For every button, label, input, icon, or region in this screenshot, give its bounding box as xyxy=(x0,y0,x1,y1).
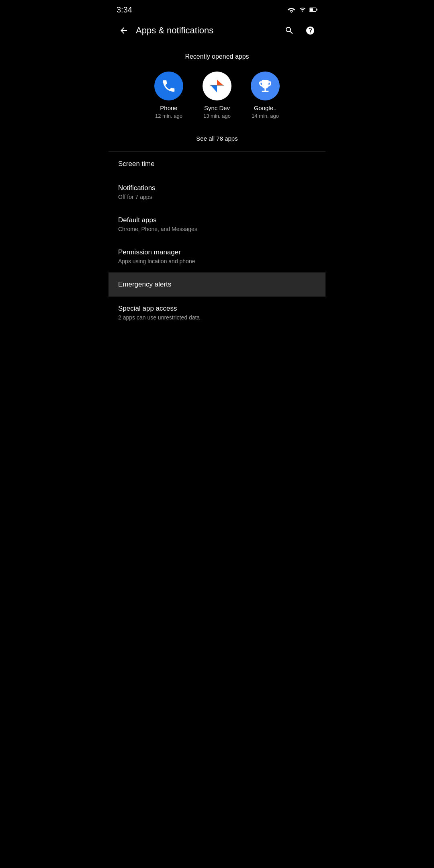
recently-opened-section: Recently opened apps Phone 12 min. ago xyxy=(108,43,326,151)
emergency-alerts-title: Emergency alerts xyxy=(118,280,316,289)
app-item-phone[interactable]: Phone 12 min. ago xyxy=(154,72,183,119)
app-bar-actions xyxy=(280,22,319,39)
special-app-access-subtitle: 2 apps can use unrestricted data xyxy=(118,314,316,321)
emergency-alerts-item[interactable]: Emergency alerts xyxy=(108,272,326,297)
battery-icon xyxy=(309,6,317,13)
phone-app-name: Phone xyxy=(160,104,177,111)
special-app-access-title: Special app access xyxy=(118,305,316,313)
notifications-subtitle: Off for 7 apps xyxy=(118,194,316,200)
permission-manager-title: Permission manager xyxy=(118,248,316,256)
default-apps-subtitle: Chrome, Phone, and Messages xyxy=(118,226,316,232)
default-apps-item[interactable]: Default apps Chrome, Phone, and Messages xyxy=(108,208,326,240)
trophy-icon xyxy=(257,78,273,94)
section-title: Recently opened apps xyxy=(108,43,326,68)
svg-rect-2 xyxy=(310,8,313,11)
permission-manager-item[interactable]: Permission manager Apps using location a… xyxy=(108,240,326,272)
google-app-icon xyxy=(251,72,280,100)
search-icon xyxy=(285,26,294,35)
back-button[interactable] xyxy=(115,22,133,39)
default-apps-title: Default apps xyxy=(118,216,316,224)
svg-rect-1 xyxy=(316,9,317,11)
help-icon xyxy=(305,26,315,35)
wifi-icon xyxy=(287,6,296,13)
phone-app-icon xyxy=(154,72,183,100)
search-button[interactable] xyxy=(280,22,298,39)
status-time: 3:34 xyxy=(117,5,132,14)
special-app-access-item[interactable]: Special app access 2 apps can use unrest… xyxy=(108,297,326,329)
notifications-title: Notifications xyxy=(118,184,316,192)
syncdev-app-name: Sync Dev xyxy=(204,104,230,111)
app-item-syncdev[interactable]: Sync Dev 13 min. ago xyxy=(203,72,231,119)
phone-app-time: 12 min. ago xyxy=(155,113,182,119)
status-icons xyxy=(287,6,317,13)
screen-time-item[interactable]: Screen time xyxy=(108,152,326,176)
back-icon xyxy=(119,26,129,35)
menu-section: Screen time Notifications Off for 7 apps… xyxy=(108,152,326,329)
help-button[interactable] xyxy=(301,22,319,39)
syncdev-app-icon xyxy=(203,72,231,100)
screen-time-title: Screen time xyxy=(118,160,316,168)
app-item-google[interactable]: Google.. 14 min. ago xyxy=(251,72,280,119)
see-all-button[interactable]: See all 78 apps xyxy=(108,129,326,151)
signal-icon xyxy=(299,6,306,13)
page-title: Apps & notifications xyxy=(136,25,280,36)
syncdev-diamond-icon xyxy=(209,78,225,94)
permission-manager-subtitle: Apps using location and phone xyxy=(118,258,316,264)
google-app-name: Google.. xyxy=(254,104,277,111)
phone-icon xyxy=(161,78,176,94)
syncdev-app-time: 13 min. ago xyxy=(203,113,231,119)
notifications-item[interactable]: Notifications Off for 7 apps xyxy=(108,176,326,208)
status-bar: 3:34 xyxy=(108,0,326,18)
google-app-time: 14 min. ago xyxy=(252,113,279,119)
app-bar: Apps & notifications xyxy=(108,18,326,43)
recent-apps-list: Phone 12 min. ago Sync Dev 13 min. ago xyxy=(108,68,326,129)
